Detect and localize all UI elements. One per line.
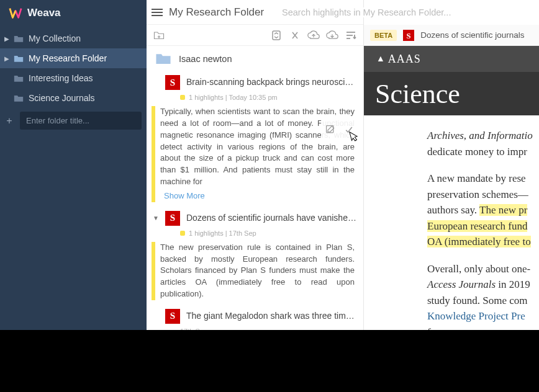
folder-label: My Collection <box>29 33 81 43</box>
folder-list: ▶ My Collection ▶ My Research Folder Int… <box>0 25 147 108</box>
middle-body: Isaac newton S Brain-scanning backpack b… <box>147 46 363 330</box>
highlight-entry: ▼ S Dozens of scientific journals have v… <box>147 207 363 305</box>
search-input[interactable] <box>282 7 533 17</box>
hamburger-icon[interactable] <box>152 9 163 16</box>
highlight-text: Typically, when scientists want to scan … <box>160 107 355 186</box>
folder-icon <box>14 55 25 63</box>
article-text: Access Journals <box>427 278 496 290</box>
subfolder-name: Isaac newton <box>179 54 232 64</box>
entry-title[interactable]: Brain-scanning backpack brings neuroscie… <box>186 75 357 87</box>
right-tabbar: BETA S Dozens of scientific journals <box>364 25 539 46</box>
article-text: authors say. <box>427 204 479 216</box>
sidebar: Weava ▶ My Collection ▶ My Research Fold… <box>0 0 147 330</box>
source-badge-icon: S <box>165 75 180 90</box>
article-text: dedicate money to impr <box>427 146 527 158</box>
entry-meta: 1 highlights | 17th Sep <box>153 229 357 237</box>
app-name: Weava <box>27 7 61 19</box>
sidebar-item-my-research-folder[interactable]: ▶ My Research Folder <box>0 48 147 68</box>
entry-title[interactable]: Dozens of scientific journals have vanis… <box>186 211 357 223</box>
source-badge-icon: S <box>165 309 180 324</box>
sidebar-item-interesting-ideas[interactable]: Interesting Ideas <box>0 68 147 88</box>
expand-collapse-icon[interactable] <box>270 29 283 42</box>
article-text: in 2019 <box>496 278 530 290</box>
aaas-bar: ▲ AAAS <box>364 46 539 72</box>
folder-label: My Research Folder <box>29 53 107 63</box>
collapse-icon[interactable] <box>289 29 301 42</box>
highlight-dot-icon <box>180 95 185 100</box>
plus-icon[interactable]: + <box>5 115 14 127</box>
highlighted-text: OA (immediately free to <box>427 236 531 247</box>
folder-icon <box>14 94 25 102</box>
cloud-download-icon[interactable] <box>326 29 338 42</box>
entry-date: 17th Sep <box>153 327 357 330</box>
science-bar: Science <box>364 72 539 115</box>
article-text: Overall, only about one- <box>427 263 530 275</box>
article-link[interactable]: Knowledge Project Pre <box>427 310 525 322</box>
article-text: Archives, and Informatio <box>427 130 533 141</box>
aaas-logo: ▲ AAAS <box>376 53 421 66</box>
tab-title[interactable]: Dozens of scientific journals <box>420 30 524 40</box>
article-text: A new mandate by rese <box>427 172 526 184</box>
edit-icon[interactable] <box>324 123 337 136</box>
source-badge-icon: S <box>165 211 180 226</box>
new-folder-icon[interactable] <box>153 29 165 42</box>
entry-meta: 1 highlights | Today 10:35 pm <box>153 94 357 101</box>
search-bar <box>276 0 539 25</box>
right-panel: BETA S Dozens of scientific journals ▲ A… <box>364 0 539 330</box>
bottom-black-bar <box>0 330 539 392</box>
chevron-down-icon[interactable]: ▼ <box>153 215 159 221</box>
article-viewer[interactable]: ▲ AAAS Science Archives, and Informatio … <box>364 46 539 330</box>
highlight-block[interactable]: The new preservation rule is contained i… <box>155 242 355 300</box>
article-body: Archives, and Informatio dedicate money … <box>364 115 539 330</box>
highlighted-text: European research fund <box>427 220 527 232</box>
sort-icon[interactable] <box>345 29 357 42</box>
science-logo: Science <box>375 78 460 110</box>
middle-toolbar <box>147 25 363 46</box>
article-text: study found. Some com <box>427 295 528 306</box>
article-text: free. <box>427 326 446 331</box>
weava-logo-icon <box>9 6 22 20</box>
chevron-right-icon: ▶ <box>4 35 10 42</box>
aaas-text: AAAS <box>388 53 421 66</box>
folder-icon <box>14 74 25 82</box>
folder-icon <box>155 52 171 65</box>
highlight-entry: S Brain-scanning backpack brings neurosc… <box>147 71 363 207</box>
new-folder-row: + <box>0 108 147 130</box>
entry-title[interactable]: The giant Megalodon shark was three time… <box>186 309 357 321</box>
chevron-right-icon: ▶ <box>4 55 10 62</box>
source-badge-icon: S <box>403 30 414 41</box>
highlight-dot-icon <box>180 231 185 236</box>
beta-badge: BETA <box>370 30 397 41</box>
folder-icon <box>14 35 25 43</box>
subfolder-item[interactable]: Isaac newton <box>147 46 363 71</box>
entry-meta-text: 1 highlights | Today 10:35 pm <box>189 94 278 101</box>
highlight-text: The new preservation rule is contained i… <box>160 243 355 298</box>
article-text: preservation schemes— <box>427 189 528 200</box>
new-folder-input[interactable] <box>20 112 142 130</box>
sidebar-item-science-journals[interactable]: Science Journals <box>0 88 147 108</box>
show-more-link[interactable]: Show More <box>160 188 355 202</box>
cloud-upload-icon[interactable] <box>307 29 320 42</box>
aaas-triangle-icon: ▲ <box>376 54 386 64</box>
folder-label: Interesting Ideas <box>29 73 93 83</box>
highlight-bar <box>152 242 155 300</box>
app-root: Weava ▶ My Collection ▶ My Research Fold… <box>0 0 539 330</box>
middle-panel: My Research Folder <box>147 0 364 330</box>
folder-label: Science Journals <box>29 93 95 103</box>
svg-text:S: S <box>407 31 411 40</box>
highlight-entry: S The giant Megalodon shark was three ti… <box>147 305 363 330</box>
sidebar-header: Weava <box>0 0 147 25</box>
entry-meta-text: 1 highlights | 17th Sep <box>189 229 256 237</box>
highlight-bar <box>152 106 155 202</box>
highlighted-text: The new pr <box>479 204 527 216</box>
sidebar-item-my-collection[interactable]: ▶ My Collection <box>0 29 147 48</box>
